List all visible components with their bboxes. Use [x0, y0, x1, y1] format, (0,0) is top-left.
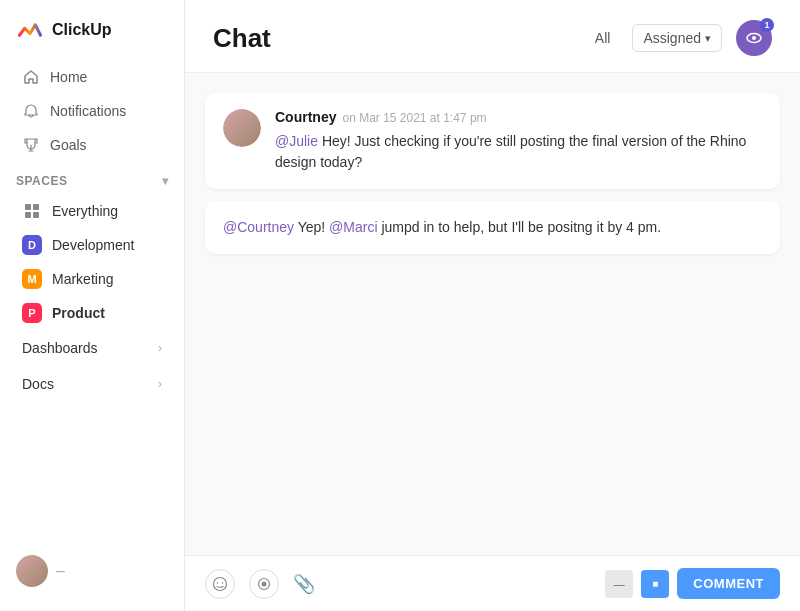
svg-point-5 [752, 36, 756, 40]
marketing-badge: M [22, 269, 42, 289]
grid-icon [22, 201, 42, 221]
message-input-area: 📎 — ■ COMMENT [185, 555, 800, 611]
svg-point-8 [222, 582, 224, 584]
chevron-right-icon: › [158, 377, 162, 391]
sidebar-item-everything[interactable]: Everything [6, 194, 178, 228]
header-controls: All Assigned ▾ 1 [587, 20, 772, 56]
svg-point-10 [262, 581, 267, 586]
sidebar-item-marketing-label: Marketing [52, 271, 113, 287]
watch-button[interactable]: 1 [736, 20, 772, 56]
page-header: Chat All Assigned ▾ 1 [185, 0, 800, 73]
user-avatar-area[interactable]: – [0, 543, 184, 599]
sidebar-item-everything-label: Everything [52, 203, 118, 219]
record-icon [257, 577, 271, 591]
sidebar-item-notifications-label: Notifications [50, 103, 126, 119]
table-row: @Courtney Yep! @Marci jumpd in to help, … [205, 201, 780, 254]
filter-all-button[interactable]: All [587, 26, 619, 50]
mention-courtney: @Courtney [223, 219, 294, 235]
message-author: Courtney [275, 109, 336, 125]
chat-area: Courtney on Mar 15 2021 at 1:47 pm @Juli… [185, 73, 800, 555]
logo-text: ClickUp [52, 21, 112, 39]
svg-rect-3 [33, 212, 39, 218]
svg-rect-1 [33, 204, 39, 210]
user-menu-dash: – [56, 562, 65, 580]
sidebar-item-marketing[interactable]: M Marketing [6, 262, 178, 296]
spaces-section-header: Spaces ▾ [0, 162, 184, 194]
product-badge: P [22, 303, 42, 323]
format-button-2[interactable]: ■ [641, 570, 669, 598]
chevron-down-icon: ▾ [162, 174, 169, 188]
development-badge: D [22, 235, 42, 255]
chevron-down-icon: ▾ [705, 32, 711, 45]
message-text: @Julie Hey! Just checking if you're stil… [275, 131, 762, 173]
sidebar-item-goals-label: Goals [50, 137, 87, 153]
sidebar-item-home[interactable]: Home [6, 60, 178, 94]
filter-assigned-button[interactable]: Assigned ▾ [632, 24, 722, 52]
eye-icon [745, 29, 763, 47]
format-button-1[interactable]: — [605, 570, 633, 598]
sidebar-item-development[interactable]: D Development [6, 228, 178, 262]
avatar [16, 555, 48, 587]
emoji-icon [212, 576, 228, 592]
trophy-icon [22, 136, 40, 154]
sidebar-item-notifications[interactable]: Notifications [6, 94, 178, 128]
sidebar-item-dashboards[interactable]: Dashboards › [6, 330, 178, 366]
sidebar-item-goals[interactable]: Goals [6, 128, 178, 162]
sidebar-item-product[interactable]: P Product [6, 296, 178, 330]
svg-point-6 [214, 577, 227, 590]
mention-julie: @Julie [275, 133, 318, 149]
logo-area: ClickUp [0, 12, 184, 60]
sidebar-item-product-label: Product [52, 305, 105, 321]
input-toolbar: 📎 [205, 569, 315, 599]
bell-icon [22, 102, 40, 120]
comment-button[interactable]: COMMENT [677, 568, 780, 599]
mention-marci: @Marci [329, 219, 377, 235]
sidebar-item-home-label: Home [50, 69, 87, 85]
svg-rect-0 [25, 204, 31, 210]
main-content: Chat All Assigned ▾ 1 Cour [185, 0, 800, 611]
attachment-icon[interactable]: 📎 [293, 573, 315, 595]
message-time: on Mar 15 2021 at 1:47 pm [342, 111, 486, 125]
sidebar: ClickUp Home Notifications Goals Spaces … [0, 0, 185, 611]
input-actions: — ■ COMMENT [605, 568, 780, 599]
watch-count-badge: 1 [760, 18, 774, 32]
svg-rect-2 [25, 212, 31, 218]
reply-text: @Courtney Yep! @Marci jumpd in to help, … [223, 217, 762, 238]
sidebar-item-docs[interactable]: Docs › [6, 366, 178, 402]
clickup-logo-icon [16, 16, 44, 44]
page-title: Chat [213, 23, 271, 54]
table-row: Courtney on Mar 15 2021 at 1:47 pm @Juli… [205, 93, 780, 189]
emoji-button[interactable] [205, 569, 235, 599]
home-icon [22, 68, 40, 86]
chevron-right-icon: › [158, 341, 162, 355]
svg-point-7 [217, 582, 219, 584]
sidebar-item-development-label: Development [52, 237, 135, 253]
record-button[interactable] [249, 569, 279, 599]
avatar [223, 109, 261, 147]
